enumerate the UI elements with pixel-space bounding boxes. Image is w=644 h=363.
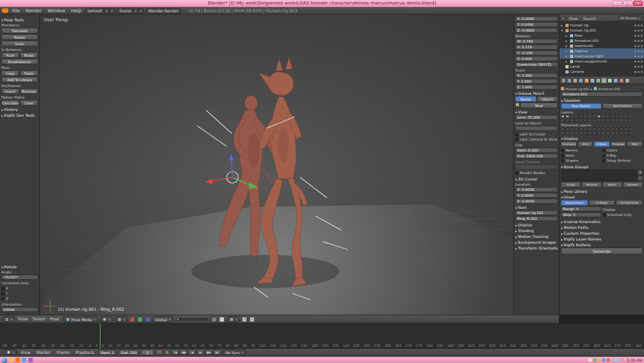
outliner-row[interactable]: Camera xyxy=(560,69,644,74)
collapsed-panel-header[interactable]: Display xyxy=(515,222,558,227)
armature-layer-toggle[interactable] xyxy=(588,115,592,118)
render-border-checkbox[interactable] xyxy=(515,172,518,175)
orientation-dropdown[interactable]: Global xyxy=(1,307,38,312)
grease-new-layer-button[interactable]: New xyxy=(520,103,558,108)
display-option-checkbox[interactable]: Names xyxy=(561,148,602,153)
editor-type-selector[interactable]: ▾ xyxy=(2,349,17,355)
armature-layer-toggle[interactable] xyxy=(583,128,587,131)
view-panel-header[interactable]: View xyxy=(515,110,558,114)
paste-pose-button[interactable]: Paste xyxy=(20,70,38,76)
taskbar-app-icon[interactable] xyxy=(22,358,26,362)
tray-icon[interactable] xyxy=(589,358,592,362)
render-toggle[interactable] xyxy=(641,71,643,73)
rotation-field[interactable]: Z: 0.600 xyxy=(515,56,558,61)
collapsed-panel-header[interactable]: History xyxy=(1,107,38,112)
collapsed-panel-header[interactable]: Shading xyxy=(515,228,558,233)
copy-pose-button[interactable]: Copy xyxy=(1,70,19,76)
properties-tab[interactable] xyxy=(619,78,624,83)
insert-keyframe-button[interactable]: Insert xyxy=(1,88,19,94)
clear-paths-button[interactable]: Clear xyxy=(20,100,38,106)
tray-icon[interactable] xyxy=(607,358,610,362)
armature-layer-toggle[interactable] xyxy=(592,119,596,122)
collapsed-panel-header[interactable]: Rigify Dev Tools xyxy=(1,113,38,117)
armature-layer-toggle[interactable] xyxy=(629,128,632,131)
lock-icon[interactable] xyxy=(211,317,217,322)
display-panel-header[interactable]: Display xyxy=(561,136,643,141)
armature-layer-toggle[interactable] xyxy=(561,132,565,135)
tray-icon[interactable] xyxy=(616,358,619,362)
rotation-field[interactable]: Y: -0.190 xyxy=(515,50,558,55)
armature-layer-toggle[interactable] xyxy=(592,132,596,135)
add-bone-group-button[interactable]: + xyxy=(638,170,643,175)
bone-display-mode-button[interactable]: Wire xyxy=(627,141,643,147)
outliner-display-mode-dropdown[interactable]: All Scenes ▾ xyxy=(618,15,643,21)
layer-toggle[interactable] xyxy=(176,318,179,320)
rotate-button[interactable]: Rotate xyxy=(1,34,38,40)
tray-icon[interactable] xyxy=(598,358,601,362)
rigify-buttons-panel-header[interactable]: Rigify Buttons xyxy=(561,242,643,247)
armature-layer-toggle[interactable] xyxy=(597,132,601,135)
properties-tab[interactable] xyxy=(567,78,572,83)
properties-tab[interactable] xyxy=(561,78,566,83)
visibility-toggle[interactable] xyxy=(634,45,636,47)
blender-logo-icon[interactable] xyxy=(2,8,8,13)
bone-display-mode-button[interactable]: Octahedral xyxy=(561,141,577,147)
screen-layout-value[interactable]: Default xyxy=(86,8,104,13)
opengl-render-icon[interactable] xyxy=(242,317,247,322)
armature-layer-toggle[interactable] xyxy=(629,132,632,135)
viewport-shading-selector[interactable]: ▾ xyxy=(100,316,113,322)
checkbox-box[interactable] xyxy=(602,159,605,162)
keying-set-icon[interactable] xyxy=(165,350,169,355)
layer-toggle[interactable] xyxy=(183,318,185,320)
manipulator-scale-icon[interactable] xyxy=(145,317,151,322)
armature-layer-toggle[interactable] xyxy=(579,128,583,131)
tray-icon[interactable] xyxy=(602,358,605,362)
render-toggle[interactable] xyxy=(641,35,643,37)
item-panel-header[interactable]: Item xyxy=(515,205,558,210)
editor-type-selector[interactable]: ▾ xyxy=(2,316,15,322)
bone-display-mode-button[interactable]: Stick xyxy=(578,141,594,147)
armature-layer-toggle[interactable] xyxy=(588,132,592,135)
add-scene-button[interactable]: + xyxy=(133,9,138,13)
properties-tab[interactable] xyxy=(613,78,618,83)
rotation-mode-dropdown[interactable]: Quaternion (WXYZ) xyxy=(515,62,558,67)
scene-selector[interactable]: Scene + × xyxy=(117,8,144,14)
tray-icon[interactable] xyxy=(620,358,623,362)
outliner-row[interactable]: ▶ marcuseye right xyxy=(560,54,644,59)
armature-layer-toggle[interactable] xyxy=(592,115,596,118)
armature-layer-toggle[interactable] xyxy=(565,119,569,122)
collapsed-panel-header[interactable]: Rigify Layer Names xyxy=(561,237,643,241)
outliner-row[interactable]: Lamp xyxy=(560,64,644,69)
manipulator-translate-icon[interactable] xyxy=(129,317,135,322)
tray-icon[interactable] xyxy=(593,358,596,362)
armature-layer-toggle[interactable] xyxy=(579,132,583,135)
scene-value[interactable]: Scene xyxy=(117,8,133,13)
local-camera-field[interactable] xyxy=(515,164,558,170)
layer-toggle[interactable] xyxy=(199,318,202,320)
ghost-range-field[interactable]: Range: 0 xyxy=(561,206,601,211)
rotation-field[interactable]: W: 0.768 xyxy=(515,39,558,44)
auto-keyframe-record-button[interactable] xyxy=(156,349,163,355)
bone-groups-panel-header[interactable]: Bone Groups xyxy=(561,164,643,169)
collapsed-panel-header[interactable]: Transform Orientations xyxy=(515,246,558,250)
viewport-3d[interactable]: User Persp xyxy=(40,15,513,315)
expand-arrow-icon[interactable]: ▶ xyxy=(565,39,569,43)
selectability-toggle[interactable] xyxy=(638,66,639,68)
armature-layer-toggle[interactable] xyxy=(561,128,565,131)
render-toggle[interactable] xyxy=(641,61,643,63)
armature-layer-toggle[interactable] xyxy=(588,119,592,122)
push-button[interactable]: Push xyxy=(1,52,19,58)
layer-toggle[interactable] xyxy=(202,318,205,320)
armature-layer-toggle[interactable] xyxy=(565,115,569,118)
armature-layer-toggle[interactable] xyxy=(579,119,583,122)
add-to-library-button[interactable]: Add To Library xyxy=(1,77,38,83)
location-field[interactable]: Y: 0.0000 xyxy=(515,22,558,27)
layer-toggle[interactable] xyxy=(189,318,192,320)
armature-layer-toggle[interactable] xyxy=(620,132,623,135)
outliner-menu[interactable]: View xyxy=(567,16,580,21)
minimize-button[interactable]: – xyxy=(612,1,622,6)
ghost-step-field[interactable]: Step: 1 xyxy=(561,212,601,217)
bone-group-action-button[interactable]: Select xyxy=(602,182,622,188)
viewport-3d-scene[interactable] xyxy=(40,15,513,315)
calculate-paths-button[interactable]: Calculate xyxy=(1,100,19,106)
